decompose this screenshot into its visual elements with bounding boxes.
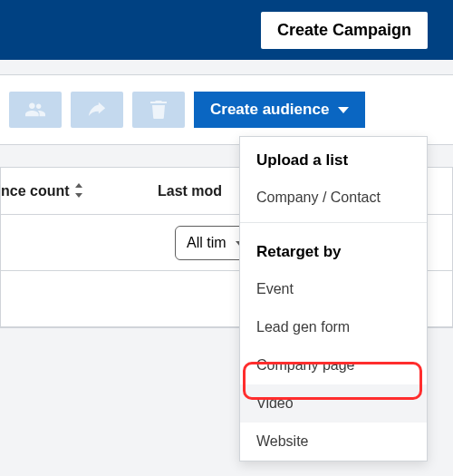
share-icon <box>87 102 107 118</box>
toolbar: Create audience <box>0 74 453 145</box>
trash-icon-button[interactable] <box>132 92 185 128</box>
column-header-count[interactable]: nce count <box>1 183 158 199</box>
dropdown-section-retarget: Retarget by <box>240 228 427 270</box>
dropdown-item-company-page[interactable]: Company page <box>240 346 427 384</box>
people-icon <box>25 102 45 118</box>
people-icon-button[interactable] <box>9 92 62 128</box>
create-audience-button[interactable]: Create audience <box>194 92 365 128</box>
dropdown-item-event[interactable]: Event <box>240 270 427 308</box>
dropdown-item-video[interactable]: Video <box>240 384 427 423</box>
dropdown-item-lead-gen-form[interactable]: Lead gen form <box>240 308 427 346</box>
column-header-modified-label: Last mod <box>158 183 222 199</box>
time-filter-label: All tim <box>187 235 226 251</box>
chevron-down-icon <box>338 107 349 113</box>
share-icon-button[interactable] <box>71 92 123 128</box>
trash-icon <box>150 101 167 119</box>
create-campaign-button[interactable]: Create Campaign <box>261 12 428 49</box>
sort-icon <box>73 183 84 199</box>
column-header-count-label: nce count <box>1 183 70 199</box>
top-banner: Create Campaign <box>0 0 453 60</box>
create-audience-dropdown: Upload a list Company / Contact Retarget… <box>239 136 428 461</box>
dropdown-divider <box>240 222 427 223</box>
create-audience-label: Create audience <box>210 101 329 119</box>
dropdown-item-website[interactable]: Website <box>240 423 427 461</box>
dropdown-section-upload: Upload a list <box>240 137 427 179</box>
dropdown-item-company-contact[interactable]: Company / Contact <box>240 179 427 217</box>
